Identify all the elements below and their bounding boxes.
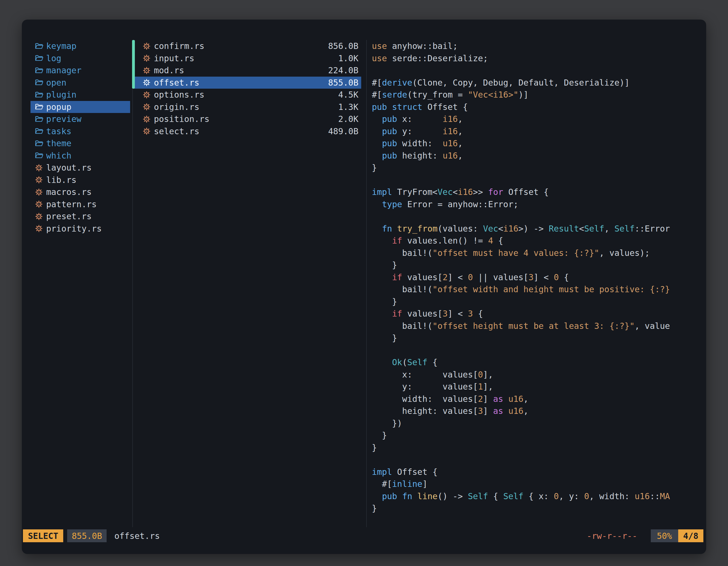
column-divider-left — [132, 40, 133, 527]
rust-file-icon — [143, 42, 154, 50]
code-line: #[serde(try_from = "Vec<i16>")] — [372, 89, 703, 101]
code-line: if values[3] < 3 { — [372, 307, 703, 320]
parent-item-keymap[interactable]: keymap — [30, 40, 130, 52]
parent-item-popup[interactable]: popup — [30, 101, 130, 113]
code-line: pub height: u16, — [372, 150, 703, 162]
code-line: y: values[1], — [372, 380, 703, 393]
code-line: type Error = anyhow::Error; — [372, 198, 703, 211]
file-name: options.rs — [154, 90, 205, 100]
file-row-origin.rs[interactable]: origin.rs1.3K — [134, 101, 361, 113]
code-line: fn try_from(values: Vec<i16>) -> Result<… — [372, 223, 703, 235]
file-row-position.rs[interactable]: position.rs2.0K — [134, 113, 361, 125]
rust-file-icon — [35, 164, 46, 172]
file-name: select.rs — [154, 126, 199, 136]
parent-item-label: popup — [46, 102, 71, 112]
rust-file-icon — [35, 200, 46, 208]
code-line: } — [372, 295, 703, 308]
code-line: } — [372, 259, 703, 271]
parent-item-label: which — [46, 151, 71, 161]
parent-item-theme[interactable]: theme — [30, 137, 130, 150]
code-preview: use anyhow::bail;use serde::Deserialize;… — [372, 40, 703, 515]
code-line: use anyhow::bail; — [372, 40, 703, 52]
code-line — [372, 64, 703, 77]
parent-item-label: tasks — [46, 126, 71, 136]
parent-item-plugin[interactable]: plugin — [30, 89, 130, 101]
parent-item-manager[interactable]: manager — [30, 64, 130, 77]
code-line: bail!("offset height must be at least 3:… — [372, 320, 703, 332]
parent-item-tasks[interactable]: tasks — [30, 125, 130, 138]
parent-item-label: priority.rs — [46, 224, 102, 234]
parent-item-which[interactable]: which — [30, 150, 130, 162]
parent-item-label: preset.rs — [46, 212, 92, 221]
status-right-group: -rw-r--r-- 50% 4/8 — [587, 529, 703, 542]
file-row-options.rs[interactable]: options.rs4.5K — [134, 89, 361, 101]
parent-item-label: open — [46, 78, 66, 88]
file-size: 224.0B — [328, 65, 358, 75]
file-name: confirm.rs — [154, 41, 205, 51]
status-bar: SELECT 855.0B offset.rs -rw-r--r-- 50% 4… — [23, 529, 703, 542]
file-row-select.rs[interactable]: select.rs489.0B — [134, 125, 361, 138]
code-line — [372, 344, 703, 356]
file-name: offset.rs — [154, 78, 199, 88]
cursor-position-badge: 4/8 — [678, 529, 703, 542]
parent-item-label: manager — [46, 65, 81, 75]
file-row-input.rs[interactable]: input.rs1.0K — [134, 52, 361, 65]
parent-item-lib.rs[interactable]: lib.rs — [30, 174, 130, 186]
code-line: Ok(Self { — [372, 356, 703, 368]
code-line: pub width: u16, — [372, 137, 703, 150]
parent-item-label: theme — [46, 139, 71, 148]
code-line: pub x: i16, — [372, 113, 703, 125]
code-line: pub struct Offset { — [372, 101, 703, 113]
folder-icon — [35, 55, 46, 62]
parent-item-open[interactable]: open — [30, 77, 130, 89]
code-line: bail!("offset must have 4 values: {:?}",… — [372, 247, 703, 259]
rust-file-icon — [143, 103, 154, 111]
code-line: pub fn line() -> Self { Self { x: 0, y: … — [372, 490, 703, 502]
folder-icon — [35, 67, 46, 74]
folder-icon — [35, 116, 46, 123]
parent-directory-column: keymap log manager open plugin popup pre… — [30, 40, 130, 235]
parent-item-label: plugin — [46, 90, 76, 100]
code-line — [372, 454, 703, 466]
code-preview-pane[interactable]: use anyhow::bail;use serde::Deserialize;… — [372, 40, 703, 523]
parent-item-label: lib.rs — [46, 175, 76, 185]
code-line — [372, 210, 703, 223]
code-line: x: values[0], — [372, 368, 703, 381]
file-list-column: confirm.rs856.0B input.rs1.0K mod.rs — [134, 40, 361, 137]
parent-item-label: layout.rs — [46, 163, 92, 173]
file-size-badge: 855.0B — [67, 529, 106, 542]
file-size: 1.3K — [338, 102, 358, 112]
mode-badge: SELECT — [23, 529, 63, 542]
file-size: 1.0K — [338, 53, 358, 63]
parent-item-preview[interactable]: preview — [30, 113, 130, 125]
folder-icon — [35, 103, 46, 111]
code-line: impl TryFrom<Vec<i16>> for Offset { — [372, 186, 703, 198]
file-size: 489.0B — [328, 126, 358, 136]
file-name: mod.rs — [154, 65, 184, 75]
code-line: if values[2] < 0 || values[3] < 0 { — [372, 271, 703, 283]
parent-item-priority.rs[interactable]: priority.rs — [30, 223, 130, 235]
rust-file-icon — [143, 67, 154, 74]
parent-item-label: keymap — [46, 41, 76, 51]
file-list-scrollbar[interactable] — [132, 40, 135, 89]
parent-item-layout.rs[interactable]: layout.rs — [30, 162, 130, 174]
code-line: width: values[2] as u16, — [372, 393, 703, 405]
code-line: height: values[3] as u16, — [372, 405, 703, 417]
folder-icon — [35, 128, 46, 135]
folder-icon — [35, 140, 46, 147]
folder-icon — [35, 91, 46, 98]
parent-item-macros.rs[interactable]: macros.rs — [30, 186, 130, 198]
parent-item-preset.rs[interactable]: preset.rs — [30, 210, 130, 223]
file-permissions: -rw-r--r-- — [587, 531, 637, 541]
file-name: position.rs — [154, 114, 210, 124]
file-size: 4.5K — [338, 90, 358, 100]
file-row-confirm.rs[interactable]: confirm.rs856.0B — [134, 40, 361, 52]
file-size: 856.0B — [328, 41, 358, 51]
rust-file-icon — [35, 188, 46, 196]
parent-item-log[interactable]: log — [30, 52, 130, 65]
parent-item-pattern.rs[interactable]: pattern.rs — [30, 198, 130, 211]
file-size: 855.0B — [328, 78, 358, 88]
file-row-mod.rs[interactable]: mod.rs224.0B — [134, 64, 361, 77]
terminal-window: keymap log manager open plugin popup pre… — [22, 20, 706, 554]
file-row-offset.rs[interactable]: offset.rs855.0B — [134, 77, 361, 89]
